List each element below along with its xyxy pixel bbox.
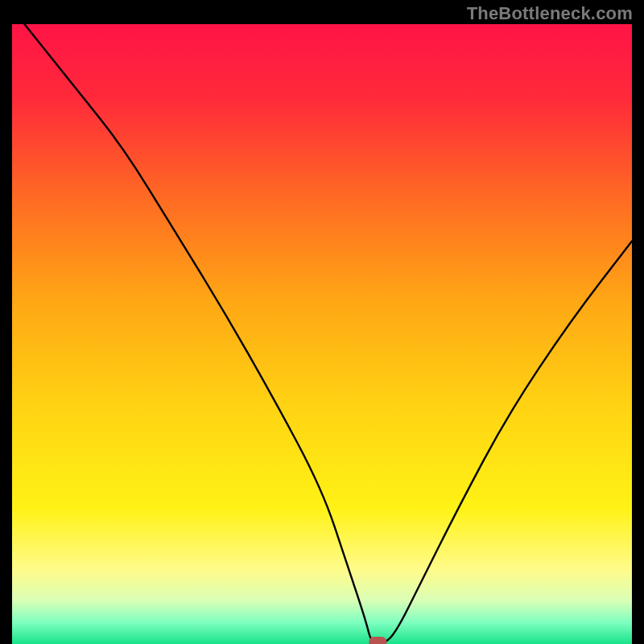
watermark-text: TheBottleneck.com [467, 3, 633, 24]
chart-frame [12, 24, 632, 644]
gradient-background [12, 24, 632, 644]
optimal-point-marker [369, 637, 386, 644]
bottleneck-chart [12, 24, 632, 644]
